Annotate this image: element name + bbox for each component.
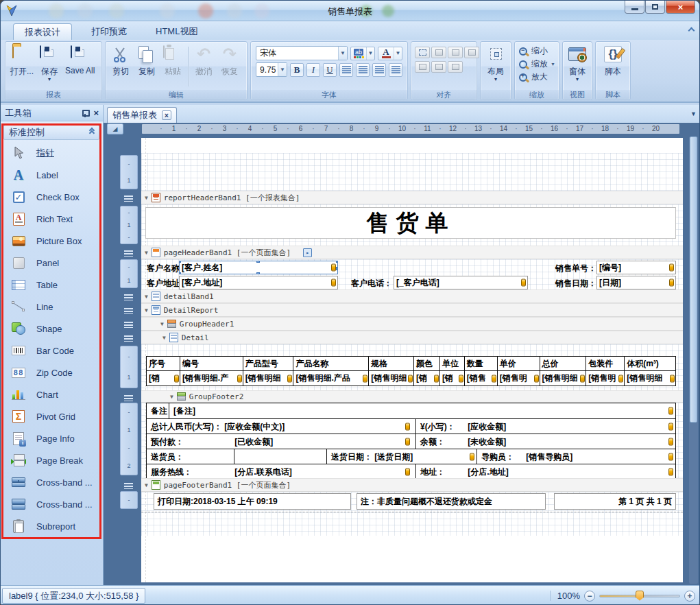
detail-table[interactable]: 序号编号产品型号产品名称规格颜色单位数量单价总价包装件体积(m³) [销[销售明… xyxy=(146,356,676,386)
band-header-page-footer[interactable]: ▼ pageFooterBand1 [一个页面集合] xyxy=(141,478,683,492)
band-grip-icon[interactable] xyxy=(124,395,133,401)
detail-column-header[interactable]: 体积(m³) xyxy=(625,357,675,370)
collapse-arrow-icon[interactable]: ▼ xyxy=(160,321,164,327)
band-grip-icon[interactable] xyxy=(124,294,133,300)
zoom-in-button[interactable]: + xyxy=(684,591,695,602)
ribbon-collapse-chevron-icon[interactable] xyxy=(687,27,695,35)
customer-name-field[interactable]: [客户.姓名] xyxy=(179,261,338,274)
band-header-group-footer[interactable]: ▼ GroupFooter2 xyxy=(141,390,683,403)
toolbox-item-table[interactable]: Table xyxy=(3,274,99,296)
toolbox-item-barcode[interactable]: Bar Code xyxy=(3,340,99,361)
detail-column-header[interactable]: 单位 xyxy=(440,357,465,370)
zoom-out-button[interactable]: − xyxy=(584,591,595,602)
band-header-page-header[interactable]: ▼ pageHeaderBand1 [一个页面集合] ▸ xyxy=(141,246,683,259)
ruler-corner-button[interactable]: ◢ xyxy=(107,123,123,134)
bottom-margin-area[interactable] xyxy=(141,536,683,582)
band-header-detail[interactable]: ▼ Detail xyxy=(141,331,683,344)
italic-button[interactable]: I xyxy=(306,63,320,77)
page-header-content[interactable]: 客户名称： [客户.姓名] 销售单号： [编号] xyxy=(141,259,683,289)
detail-column-header[interactable]: 单价 xyxy=(498,357,540,370)
toolbox-item-chart[interactable]: Chart xyxy=(3,383,99,405)
detail-field-cell[interactable]: [销 xyxy=(147,371,180,385)
underline-button[interactable]: U xyxy=(323,63,337,77)
highlight-color-button[interactable]: ab ▼ xyxy=(350,47,375,60)
form-view-button[interactable]: 窗体 ▾ xyxy=(564,44,590,81)
detail-field-cell[interactable]: [销 xyxy=(414,371,440,385)
align-bottoms-button[interactable] xyxy=(448,61,463,73)
band-header-detail-report[interactable]: ▼ DetailReport xyxy=(141,303,683,317)
group-footer-content[interactable]: 备注 [备注] 总计人民币(大写)： [应收金额(中文)] ¥(小写)： xyxy=(141,403,683,478)
design-canvas[interactable]: -1-1--1-1-1-2- ▼ reportHeaderBand1 [一个报表… xyxy=(104,135,699,585)
delivery-date-cell[interactable]: 送货日期： [送货日期] xyxy=(327,449,477,464)
collapse-arrow-icon[interactable]: ▼ xyxy=(170,394,173,400)
collapse-arrow-icon[interactable]: ▼ xyxy=(145,294,148,300)
detail-field-cell[interactable]: [销售明细 xyxy=(369,371,414,385)
font-color-button[interactable]: A ▼ xyxy=(378,47,402,60)
detail-field-cell[interactable]: [销售明细 xyxy=(243,371,294,385)
maximize-button[interactable] xyxy=(645,1,665,14)
collapse-chevrons-icon[interactable] xyxy=(90,130,94,135)
note-label[interactable]: 注：非质量问题概不退还货款或定金 xyxy=(357,493,546,510)
minimize-button[interactable] xyxy=(625,1,644,14)
collapse-arrow-icon[interactable]: ▼ xyxy=(145,307,148,313)
detail-column-header[interactable]: 总价 xyxy=(540,357,587,370)
zoom-button[interactable]: 缩放▼ xyxy=(517,58,557,71)
tab-print-preview[interactable]: 打印预览 xyxy=(80,23,138,40)
document-tab[interactable]: 销售单报表 × xyxy=(107,107,177,123)
align-right-button[interactable] xyxy=(372,63,386,77)
toolbox-item-crossband-line[interactable]: Cross-band ... xyxy=(3,471,99,493)
toolbox-item-label[interactable]: A Label xyxy=(3,164,99,186)
toolbox-item-zipcode[interactable]: 88 Zip Code xyxy=(3,361,99,383)
save-button[interactable]: 保存 ▾ xyxy=(36,44,62,81)
detail-column-header[interactable]: 序号 xyxy=(147,357,180,370)
total-num-cell[interactable]: ¥(小写)： [应收金额] xyxy=(416,419,675,434)
tab-list-dropdown-icon[interactable]: ▼ xyxy=(690,110,697,117)
order-no-label[interactable]: 销售单号： xyxy=(555,263,596,274)
balance-cell[interactable]: 余额： [未收金额] xyxy=(416,434,675,449)
tab-close-icon[interactable]: × xyxy=(162,110,171,120)
detail-column-header[interactable]: 规格 xyxy=(369,357,414,370)
selection-handle[interactable] xyxy=(256,261,260,263)
sale-date-field[interactable]: [日期] xyxy=(596,276,676,289)
align-center-button[interactable] xyxy=(356,63,370,77)
top-margin-grid-area[interactable] xyxy=(141,153,683,191)
toolbox-item-line[interactable]: Line xyxy=(3,296,99,318)
toolbox-item-checkbox[interactable]: ✓ Check Box xyxy=(3,186,99,208)
open-button[interactable]: 打开... xyxy=(8,44,36,78)
toolbox-item-pageinfo[interactable]: Page Info xyxy=(3,427,99,449)
address-cell[interactable]: 地址： [分店.地址] xyxy=(416,464,675,479)
cut-button[interactable]: 剪切 xyxy=(108,44,134,78)
scrollbar-thumb[interactable] xyxy=(690,137,697,423)
save-all-button[interactable]: Save All xyxy=(62,44,97,75)
bold-button[interactable]: B xyxy=(290,63,304,77)
script-button[interactable]: {} 脚本 xyxy=(600,44,626,78)
detail-field-cell[interactable]: [销售明 xyxy=(586,371,625,385)
top-margin-area[interactable] xyxy=(141,138,683,153)
undo-button[interactable]: ↶ 撤消 xyxy=(191,44,217,78)
detail-column-header[interactable]: 产品名称 xyxy=(293,357,369,370)
deliverer-label-cell[interactable]: 送货员： xyxy=(147,449,234,464)
tab-report-design[interactable]: 报表设计 xyxy=(13,23,72,40)
copy-button[interactable]: 复制 xyxy=(134,44,160,78)
band-grip-icon[interactable] xyxy=(124,483,133,489)
detail-field-cell[interactable]: [销售明 xyxy=(498,371,540,385)
toolbox-item-pointer[interactable]: 指针 xyxy=(3,142,99,164)
page-number-label[interactable]: 第 1 页 共 1 页 xyxy=(554,493,676,510)
toolbox-item-crossband-box[interactable]: Cross-band ... xyxy=(3,493,99,515)
toolbox-item-pivotgrid[interactable]: Σ Pivot Grid xyxy=(3,405,99,427)
selection-handle[interactable] xyxy=(179,272,181,274)
hotline-cell[interactable]: 服务热线： [分店.联系电话] xyxy=(147,464,416,479)
band-grip-icon[interactable] xyxy=(124,195,133,202)
page-footer-content[interactable]: 打印日期:2018-03-15 上午 09:19 注：非质量问题概不退还货款或定… xyxy=(141,492,683,512)
detail-column-header[interactable]: 包装件 xyxy=(586,357,625,370)
vertical-scrollbar[interactable] xyxy=(689,137,698,584)
detail-field-cell[interactable]: [销售明细.产 xyxy=(180,371,243,385)
align-justify-button[interactable] xyxy=(389,63,402,77)
band-header-detail-band[interactable]: ▼ detailBand1 xyxy=(141,289,683,303)
font-size-combo[interactable]: 9.75 ▼ xyxy=(256,62,287,77)
detail-column-header[interactable]: 颜色 xyxy=(414,357,440,370)
band-grip-icon[interactable] xyxy=(124,335,133,342)
pin-icon[interactable] xyxy=(82,109,88,117)
collapse-arrow-icon[interactable]: ▼ xyxy=(145,250,148,256)
align-lefts-button[interactable] xyxy=(431,47,446,58)
